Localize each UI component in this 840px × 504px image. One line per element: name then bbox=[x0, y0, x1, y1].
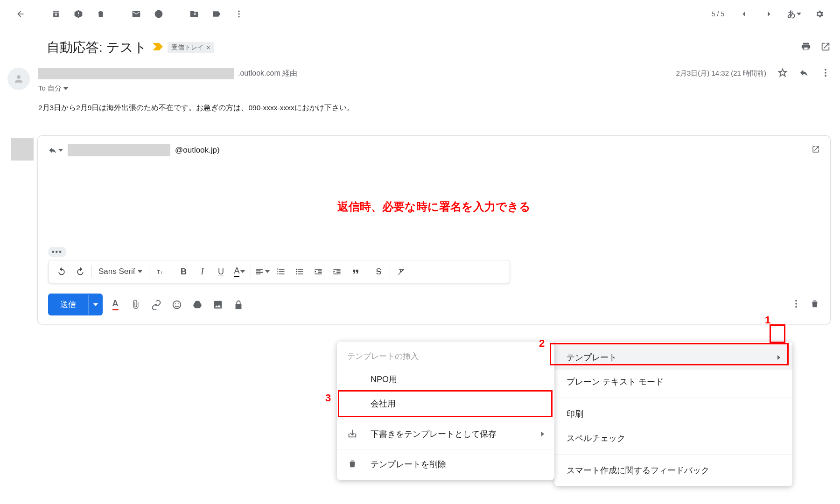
svg-point-13 bbox=[178, 303, 179, 304]
sender-block: .outlook.com 経由 2月3日(月) 14:32 (21 時間前) T… bbox=[0, 60, 840, 113]
menu-print[interactable]: 印刷 bbox=[554, 402, 792, 426]
delete-template[interactable]: テンプレートを削除 bbox=[337, 452, 554, 476]
reply-type-button[interactable] bbox=[48, 146, 63, 155]
move-to-icon[interactable] bbox=[183, 5, 205, 23]
sender-name-redacted bbox=[38, 68, 234, 79]
indent-more-icon[interactable] bbox=[328, 263, 346, 280]
message-body: 2月3日から2月9日は海外出張のため不在です。お急ぎの方は、090-xxxx-x… bbox=[38, 103, 831, 113]
save-draft-as-template[interactable]: 下書きをテンプレートとして保存 bbox=[337, 422, 554, 446]
recipient-redacted bbox=[68, 144, 170, 156]
svg-point-16 bbox=[795, 306, 797, 308]
svg-text:T: T bbox=[161, 271, 163, 275]
confidential-icon[interactable] bbox=[232, 299, 245, 311]
importance-marker-icon[interactable] bbox=[153, 43, 163, 52]
align-icon[interactable] bbox=[253, 263, 272, 280]
menu-spellcheck[interactable]: スペルチェック bbox=[554, 426, 792, 450]
newer-icon[interactable] bbox=[733, 5, 755, 23]
to-line[interactable]: To 自分 bbox=[38, 84, 831, 93]
mark-unread-icon[interactable] bbox=[125, 5, 147, 23]
discard-draft-icon[interactable] bbox=[810, 299, 820, 311]
numbered-list-icon[interactable] bbox=[272, 263, 290, 280]
font-family-select[interactable]: Sans Serif bbox=[94, 267, 147, 276]
template-item-npo[interactable]: NPO用 bbox=[337, 367, 554, 392]
message-timestamp: 2月3日(月) 14:32 (21 時間前) bbox=[676, 69, 766, 78]
font-size-icon[interactable]: TT bbox=[151, 263, 170, 280]
compose-more-icon[interactable] bbox=[791, 299, 801, 311]
annotation-text: 返信時、必要な時に署名を入力できる bbox=[48, 199, 820, 214]
subject-text: 自動応答: テスト bbox=[47, 39, 147, 56]
remove-label-icon[interactable]: × bbox=[207, 44, 210, 51]
show-trimmed-button[interactable]: ••• bbox=[48, 247, 66, 257]
photo-icon[interactable] bbox=[212, 299, 224, 311]
callout-3: 3 bbox=[325, 392, 331, 404]
reply-icon[interactable] bbox=[799, 68, 809, 79]
italic-icon[interactable]: I bbox=[193, 263, 211, 280]
drive-icon[interactable] bbox=[191, 299, 203, 311]
compose-more-menu: テンプレート プレーン テキスト モード 印刷 スペルチェック スマート作成に関… bbox=[554, 342, 792, 486]
spam-icon[interactable] bbox=[67, 5, 90, 23]
print-icon[interactable] bbox=[801, 42, 811, 54]
page-counter: 5 / 5 bbox=[712, 10, 724, 18]
inbox-label-chip[interactable]: 受信トレイ× bbox=[168, 42, 214, 53]
callout-box-1 bbox=[770, 324, 785, 343]
svg-point-9 bbox=[296, 271, 298, 273]
svg-point-12 bbox=[175, 303, 176, 304]
recipient-suffix: @outlook.jp) bbox=[175, 146, 220, 155]
sender-avatar[interactable] bbox=[7, 68, 30, 90]
svg-point-4 bbox=[825, 72, 826, 74]
self-avatar bbox=[11, 138, 34, 161]
snooze-icon[interactable] bbox=[147, 5, 170, 23]
bold-icon[interactable]: B bbox=[174, 263, 193, 280]
remove-format-icon[interactable] bbox=[392, 263, 411, 280]
svg-point-10 bbox=[296, 273, 298, 275]
settings-icon[interactable] bbox=[808, 5, 831, 23]
menu-templates[interactable]: テンプレート bbox=[554, 345, 792, 370]
redo-icon[interactable] bbox=[71, 263, 90, 280]
compose-box: @outlook.jp) 返信時、必要な時に署名を入力できる ••• Sans … bbox=[37, 135, 831, 324]
save-icon bbox=[347, 428, 358, 440]
quote-icon[interactable] bbox=[346, 263, 365, 280]
sender-via: .outlook.com 経由 bbox=[238, 69, 297, 78]
star-icon[interactable] bbox=[777, 68, 788, 79]
formatting-toolbar: Sans Serif TT B I U A S bbox=[48, 260, 510, 283]
template-item-company[interactable]: 会社用 bbox=[337, 392, 554, 416]
menu-smart-compose-feedback[interactable]: スマート作成に関するフィードバック bbox=[554, 458, 792, 483]
older-icon[interactable] bbox=[758, 5, 780, 23]
delete-icon[interactable] bbox=[90, 5, 112, 23]
send-row: 送信 A bbox=[48, 294, 820, 315]
archive-icon[interactable] bbox=[45, 5, 67, 23]
callout-1: 1 bbox=[765, 314, 770, 326]
subject-row: 自動応答: テスト 受信トレイ× bbox=[0, 30, 840, 60]
back-icon[interactable] bbox=[9, 5, 32, 23]
underline-icon[interactable]: U bbox=[211, 263, 230, 280]
open-new-window-icon[interactable] bbox=[820, 42, 831, 54]
undo-icon[interactable] bbox=[52, 263, 71, 280]
labels-icon[interactable] bbox=[205, 5, 228, 23]
menu-plain-text[interactable]: プレーン テキスト モード bbox=[554, 370, 792, 394]
svg-point-14 bbox=[795, 300, 797, 301]
submenu-header: テンプレートの挿入 bbox=[337, 345, 554, 367]
text-color-icon[interactable]: A bbox=[230, 263, 249, 280]
attach-icon[interactable] bbox=[130, 299, 142, 311]
svg-point-8 bbox=[296, 269, 298, 270]
svg-point-3 bbox=[825, 69, 826, 71]
more-icon[interactable] bbox=[228, 5, 250, 23]
strikethrough-icon[interactable]: S bbox=[369, 263, 388, 280]
svg-point-1 bbox=[238, 13, 239, 14]
top-toolbar: 5 / 5 あ bbox=[0, 0, 840, 30]
send-dropdown-icon[interactable] bbox=[88, 295, 103, 315]
emoji-icon[interactable] bbox=[171, 299, 183, 311]
trash-icon bbox=[347, 459, 358, 470]
message-more-icon[interactable] bbox=[820, 68, 831, 79]
popout-compose-icon[interactable] bbox=[812, 145, 820, 155]
svg-point-0 bbox=[238, 11, 239, 12]
svg-text:T: T bbox=[157, 269, 160, 275]
bullet-list-icon[interactable] bbox=[290, 263, 309, 280]
send-button[interactable]: 送信 bbox=[48, 294, 103, 315]
link-icon[interactable] bbox=[150, 299, 162, 311]
formatting-toggle-icon[interactable]: A bbox=[109, 299, 121, 311]
svg-point-15 bbox=[795, 303, 797, 305]
callout-2: 2 bbox=[539, 337, 545, 350]
input-method-button[interactable]: あ bbox=[783, 5, 805, 23]
indent-less-icon[interactable] bbox=[309, 263, 328, 280]
